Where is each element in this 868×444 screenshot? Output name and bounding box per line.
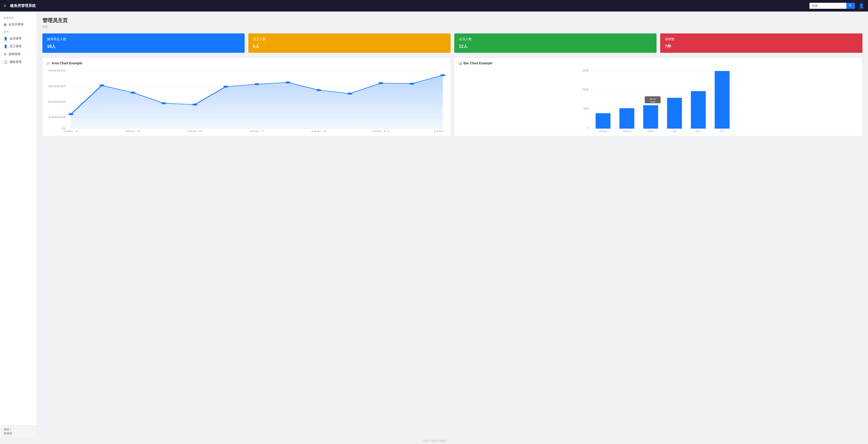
bar-february: [619, 108, 634, 129]
svg-text:0: 0: [587, 126, 589, 129]
svg-point-13: [130, 91, 135, 94]
bar-january: [596, 113, 611, 129]
svg-point-12: [99, 84, 104, 86]
sidebar-top: 快速查询 ▦ 会员卡查询 管理 👤 会员管理 👤 员工管理 ⚙ 器材管理 📋 课…: [0, 11, 37, 69]
sidebar-item-label: 会员管理: [9, 36, 22, 40]
sidebar-item-equipment-manage[interactable]: ⚙ 器材管理: [0, 50, 37, 58]
equipment-icon: ⚙: [4, 52, 7, 56]
page-title: 管理员主页: [42, 17, 863, 24]
user-greeting: 你好！: [4, 427, 33, 432]
svg-point-20: [347, 93, 352, 95]
svg-text:15000: 15000: [582, 69, 589, 72]
sidebar-item-label: 课程管理: [9, 60, 22, 64]
svg-text:June: June: [720, 130, 724, 132]
topnav-right: 🔍 👤: [809, 3, 864, 9]
bar-may: [691, 91, 706, 129]
bar-chart-container: 15000 10000 5000 0 January: [458, 68, 859, 132]
bar-chart-title: 📊 Bar Chart Example: [458, 61, 859, 65]
stat-card-staff: 员工人数 6人: [248, 33, 451, 53]
sidebar-item-label: 员工管理: [9, 44, 22, 49]
svg-text:30000: 30000: [48, 85, 66, 88]
svg-text:Mar 11: Mar 11: [372, 130, 390, 132]
svg-text:Mar 3: Mar 3: [125, 130, 140, 132]
bar-june: [715, 71, 730, 129]
svg-point-16: [223, 86, 228, 88]
stat-value-members: 12人: [459, 43, 652, 49]
area-chart-card: 📈 Area Chart Example 40000 30000 20000 1…: [42, 57, 451, 136]
footer-text: ©2021 令客云小程序: [422, 439, 446, 442]
sidebar-item-course-manage[interactable]: 📋 课程管理: [0, 58, 37, 66]
svg-text:0: 0: [62, 127, 66, 130]
user-role: 管理员: [4, 432, 33, 436]
card-icon: ▦: [4, 23, 7, 26]
user-avatar-icon[interactable]: 👤: [859, 3, 864, 8]
bar-march: [643, 105, 658, 129]
sidebar-item-staff-manage[interactable]: 👤 员工管理: [0, 42, 37, 50]
svg-text:Mar 1: Mar 1: [63, 130, 78, 132]
stat-value-staff: 6人: [253, 43, 446, 49]
sidebar-item-member-manage[interactable]: 👤 会员管理: [0, 35, 37, 42]
svg-point-19: [316, 89, 321, 91]
svg-point-18: [285, 81, 290, 84]
svg-point-23: [440, 74, 445, 76]
svg-text:Mar 5: Mar 5: [187, 130, 202, 132]
svg-text:Mar 9: Mar 9: [311, 130, 327, 132]
svg-text:March: March: [650, 98, 656, 100]
area-chart-container: 40000 30000 20000 10000 0: [46, 68, 447, 132]
stat-value-total-people: 18人: [47, 43, 240, 49]
svg-text:5000: 5000: [584, 107, 589, 110]
svg-text:Mar 7: Mar 7: [249, 130, 265, 132]
quick-query-section-title: 快速查询: [0, 14, 37, 21]
breadcrumb: 主页: [42, 25, 863, 29]
svg-point-14: [161, 102, 166, 105]
svg-point-21: [378, 82, 383, 84]
stat-label-members: 会员人数: [459, 37, 652, 41]
topnav-left: ≡ 健身房管理系统: [4, 3, 36, 8]
area-chart-title: 📈 Area Chart Example: [46, 61, 447, 65]
menu-toggle-icon[interactable]: ≡: [4, 3, 6, 8]
stat-label-staff: 员工人数: [253, 37, 446, 41]
app-title: 健身房管理系统: [10, 3, 36, 8]
svg-text:10000: 10000: [48, 116, 66, 118]
course-icon: 📋: [4, 60, 8, 64]
sidebar-user-info: 你好！ 管理员: [0, 425, 37, 438]
svg-point-22: [409, 83, 414, 85]
svg-text:April: April: [672, 130, 677, 132]
svg-text:March: March: [648, 130, 654, 132]
search-box: 🔍: [809, 3, 855, 9]
main-content: 管理员主页 主页 健身房总人数 18人 员工人数 6人 会员人数 12人 器材数…: [37, 11, 868, 438]
stat-card-members: 会员人数 12人: [454, 33, 656, 53]
manage-section-title: 管理: [0, 28, 37, 35]
svg-point-17: [254, 83, 259, 85]
member-icon: 👤: [4, 37, 8, 40]
svg-text:40000: 40000: [48, 69, 66, 72]
bar-chart-icon: 📊: [458, 61, 462, 65]
svg-text:January: January: [599, 130, 607, 132]
stat-card-equipment: 器材数 7件: [660, 33, 863, 53]
svg-point-15: [192, 103, 197, 106]
search-input[interactable]: [809, 3, 846, 8]
bar-chart-svg: 15000 10000 5000 0 January: [458, 68, 859, 132]
area-chart-svg: 40000 30000 20000 10000 0: [46, 68, 447, 132]
stat-label-equipment: 器材数: [665, 37, 858, 41]
stats-row: 健身房总人数 18人 员工人数 6人 会员人数 12人 器材数 7件: [42, 33, 863, 53]
footer: ©2021 令客云小程序: [0, 438, 868, 444]
svg-text:May: May: [696, 130, 700, 132]
stat-card-total-people: 健身房总人数 18人: [42, 33, 245, 53]
staff-icon: 👤: [4, 45, 8, 48]
bar-chart-card: 📊 Bar Chart Example 15000 10000 5000 0: [454, 57, 863, 136]
svg-text:10000: 10000: [582, 88, 589, 91]
charts-row: 📈 Area Chart Example 40000 30000 20000 1…: [42, 57, 863, 136]
search-button[interactable]: 🔍: [846, 3, 855, 9]
svg-text:20000: 20000: [48, 100, 66, 103]
sidebar-item-label: 会员卡查询: [8, 22, 24, 27]
svg-point-11: [68, 113, 73, 115]
stat-value-equipment: 7件: [665, 43, 858, 49]
svg-text:February: February: [622, 130, 631, 132]
sidebar-item-member-card-query[interactable]: ▦ 会员卡查询: [0, 21, 37, 28]
top-navbar: ≡ 健身房管理系统 🔍 👤: [0, 0, 868, 11]
bar-april: [667, 98, 682, 129]
sidebar-item-label: 器材管理: [8, 52, 21, 56]
main-layout: 快速查询 ▦ 会员卡查询 管理 👤 会员管理 👤 员工管理 ⚙ 器材管理 📋 课…: [0, 11, 868, 438]
area-chart-icon: 📈: [46, 61, 50, 65]
